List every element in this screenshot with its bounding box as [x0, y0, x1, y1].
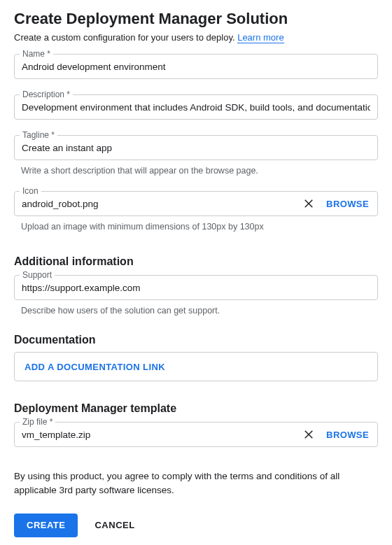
close-icon: [302, 197, 315, 211]
template-heading: Deployment Manager template: [14, 402, 378, 415]
tagline-helper: Write a short description that will appe…: [21, 166, 378, 176]
name-field: Name *: [14, 54, 378, 79]
description-label: Description *: [20, 90, 73, 99]
support-input[interactable]: [14, 275, 378, 300]
icon-field: Icon android_robot.png BROWSE: [14, 191, 378, 216]
tagline-input[interactable]: [14, 135, 378, 160]
page-title: Create Deployment Manager Solution: [14, 10, 378, 28]
icon-browse-button[interactable]: BROWSE: [325, 199, 370, 209]
tagline-field: Tagline *: [14, 135, 378, 160]
subtitle-text: Create a custom configuration for your u…: [14, 32, 237, 43]
create-button[interactable]: CREATE: [14, 514, 78, 537]
documentation-section: Documentation ADD A DOCUMENTATION LINK: [14, 334, 378, 381]
additional-info-heading: Additional information: [14, 255, 378, 268]
zip-clear-button[interactable]: [301, 426, 316, 444]
icon-helper: Upload an image with minimum dimensions …: [21, 222, 378, 232]
icon-file-row: android_robot.png BROWSE: [14, 191, 378, 216]
documentation-box: ADD A DOCUMENTATION LINK: [14, 352, 378, 381]
name-input[interactable]: [14, 54, 378, 79]
template-section: Deployment Manager template Zip file * v…: [14, 402, 378, 447]
zip-file-name: vm_template.zip: [22, 430, 293, 440]
icon-clear-button[interactable]: [301, 195, 316, 213]
add-documentation-link-button[interactable]: ADD A DOCUMENTATION LINK: [24, 362, 165, 372]
terms-text: By using this product, you agree to comp…: [14, 469, 378, 498]
icon-file-name: android_robot.png: [22, 199, 293, 209]
cancel-button[interactable]: CANCEL: [94, 520, 134, 530]
page-subtitle: Create a custom configuration for your u…: [14, 32, 378, 43]
name-label: Name *: [20, 49, 53, 59]
tagline-label: Tagline *: [20, 130, 57, 140]
icon-label: Icon: [20, 186, 41, 196]
zip-label: Zip file *: [20, 417, 55, 427]
support-field: Support: [14, 275, 378, 300]
learn-more-link[interactable]: Learn more: [237, 32, 284, 43]
description-field: Description *: [14, 94, 378, 120]
documentation-heading: Documentation: [14, 334, 378, 346]
close-icon: [302, 427, 315, 442]
zip-field: Zip file * vm_template.zip BROWSE: [14, 422, 378, 447]
additional-info-section: Additional information Support Describe …: [14, 255, 378, 316]
action-row: CREATE CANCEL: [14, 514, 378, 537]
zip-file-row: vm_template.zip BROWSE: [14, 422, 378, 447]
support-label: Support: [20, 270, 55, 280]
zip-browse-button[interactable]: BROWSE: [325, 430, 370, 440]
support-helper: Describe how users of the solution can g…: [21, 306, 378, 316]
